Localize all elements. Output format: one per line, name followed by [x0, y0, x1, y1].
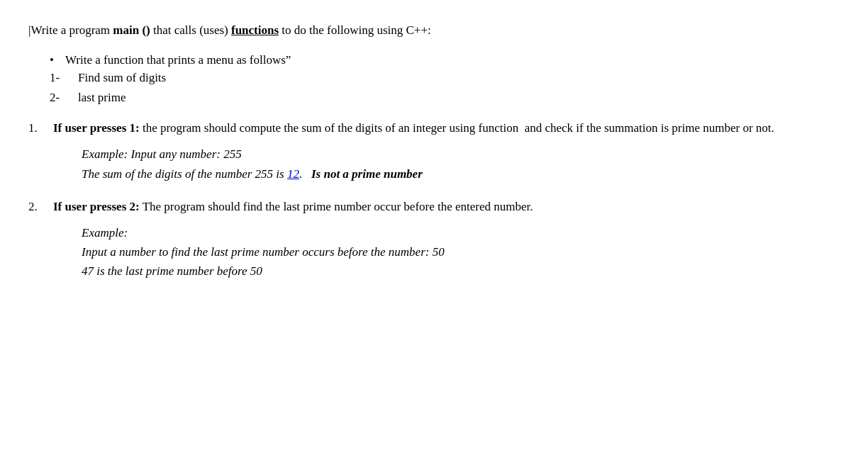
- bullet-text: Write a function that prints a menu as f…: [65, 53, 291, 67]
- menu-section: Write a function that prints a menu as f…: [50, 51, 774, 107]
- example-output-text-1: The sum of the digits of the number 255 …: [82, 167, 423, 181]
- item-body-2: If user presses 2: The program should fi…: [53, 198, 774, 281]
- example-input-1: Input any number: 255: [130, 147, 241, 161]
- item-desc-1: the program should compute the sum of th…: [140, 121, 774, 135]
- item-num-2: 2.: [28, 198, 53, 216]
- item-text-1: If user presses 1: the program should co…: [53, 119, 774, 137]
- not-prime-label: Is not a prime number: [305, 167, 422, 181]
- menu-text-2: last prime: [78, 89, 126, 107]
- item-num-1: 1.: [28, 119, 53, 137]
- numbered-item-2: 2. If user presses 2: The program should…: [28, 198, 774, 281]
- menu-item-2: 2- last prime: [50, 89, 774, 107]
- example-input-2: Input a number to find the last prime nu…: [82, 242, 774, 261]
- main-bold: main (): [113, 23, 150, 37]
- bullet-list: Write a function that prints a menu as f…: [50, 51, 774, 69]
- numbered-section-1: 1. If user presses 1: the program should…: [28, 119, 774, 184]
- numbered-item-1: 1. If user presses 1: the program should…: [28, 119, 774, 184]
- item-bold-label-1: If user presses 1:: [53, 121, 140, 135]
- intro-text-3: to do the following using C++:: [282, 23, 430, 37]
- intro-text-1: Write a program: [30, 23, 110, 37]
- example-label-text-2: Example:: [82, 226, 128, 240]
- intro-text-2: that calls (uses): [153, 23, 228, 37]
- functions-underline: functions: [231, 23, 279, 37]
- item-desc-2: The program should find the last prime n…: [140, 200, 533, 213]
- menu-label-1: 1-: [50, 69, 78, 87]
- example-block-1: Example: Input any number: 255 The sum o…: [82, 145, 774, 183]
- item-bold-label-2: If user presses 2:: [53, 200, 140, 213]
- menu-label-2: 2-: [50, 89, 78, 107]
- example-label-2: Example:: [82, 223, 774, 242]
- example-block-2: Example: Input a number to find the last…: [82, 223, 774, 281]
- main-content: |Write a program main () that calls (use…: [28, 21, 774, 296]
- bullet-item: Write a function that prints a menu as f…: [50, 51, 774, 69]
- sum-value: 12: [287, 167, 299, 181]
- intro-line: |Write a program main () that calls (use…: [28, 21, 774, 40]
- example-output-1: The sum of the digits of the number 255 …: [82, 164, 774, 184]
- example-output-2: 47 is the last prime number before 50: [82, 261, 774, 281]
- example-label-text-1: Example:: [82, 147, 128, 161]
- menu-item-1: 1- Find sum of digits: [50, 69, 774, 87]
- item-text-2: If user presses 2: The program should fi…: [53, 198, 774, 216]
- numbered-section-2: 2. If user presses 2: The program should…: [28, 198, 774, 281]
- item-body-1: If user presses 1: the program should co…: [53, 119, 774, 184]
- menu-text-1: Find sum of digits: [78, 69, 166, 87]
- example-label-1: Example: Input any number: 255: [82, 145, 774, 164]
